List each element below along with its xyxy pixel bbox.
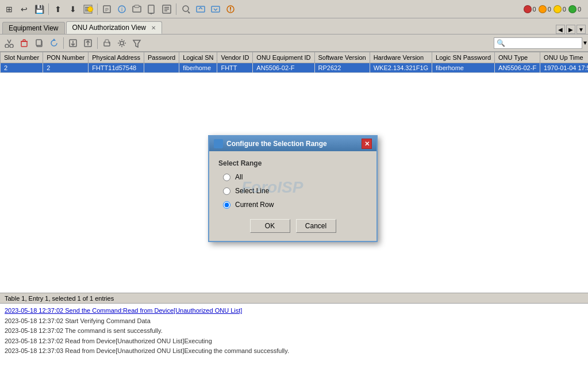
svg-marker-29 [52, 39, 56, 41]
log-entry-1: 2023-05-18 12:37:02 Start Verifying Comm… [5, 316, 583, 327]
tab-nav: ◀ ▶ ▼ [556, 25, 586, 34]
sec-btn-settings[interactable] [115, 36, 129, 50]
dialog-titlebar: Configure the Selection Range ✕ [209, 136, 376, 151]
dialog-title-icon [214, 139, 223, 148]
sec-btn-refresh[interactable] [47, 36, 61, 50]
toolbar-btn-9[interactable] [130, 2, 144, 16]
toolbar-btn-10[interactable] [145, 2, 159, 16]
cell-vendor-id: FHTT [217, 63, 253, 73]
cell-hardware-version: WKE2.134.321F1G [370, 63, 432, 73]
radio-select-line[interactable] [223, 187, 230, 195]
log-link-0[interactable]: 2023-05-18 12:37:02 Send the Command:Rea… [5, 307, 242, 314]
svg-point-22 [5, 44, 9, 48]
col-password: Password [144, 52, 179, 63]
toolbar-btn-3[interactable]: 💾 [32, 2, 46, 16]
light-group-green: 0 [568, 5, 581, 13]
cell-onu-up-time: 1970-01-04 17:57:37 [540, 63, 588, 73]
cell-pon-number: 2 [43, 63, 89, 73]
toolbar-btn-8[interactable]: i [115, 2, 129, 16]
toolbar-btn-11[interactable] [160, 2, 174, 16]
toolbar-btn-14[interactable] [209, 2, 222, 16]
toolbar-btn-15[interactable] [224, 2, 237, 16]
light-red-label: 0 [533, 6, 536, 13]
radio-select-line-label: Select Line [235, 187, 269, 195]
light-orange [539, 5, 547, 13]
svg-rect-15 [164, 10, 167, 11]
svg-rect-19 [212, 6, 220, 12]
svg-rect-26 [23, 40, 25, 41]
sec-btn-copy[interactable] [32, 36, 46, 50]
radio-item-row[interactable]: Current Row [223, 201, 367, 209]
toolbar-btn-2[interactable]: ↩ [17, 2, 31, 16]
toolbar-btn-6[interactable] [81, 2, 95, 16]
svg-text:i: i [121, 6, 122, 13]
svg-rect-24 [21, 41, 27, 47]
search-input[interactable] [507, 40, 582, 47]
log-entry-3: 2023-05-18 12:37:02 Read from Device[Una… [5, 336, 583, 347]
radio-item-all[interactable]: All [223, 173, 367, 181]
traffic-lights: 0 0 0 0 [524, 5, 586, 13]
tab-equipment-view-label: Equipment View [9, 24, 59, 32]
toolbar-btn-13[interactable] [194, 2, 207, 16]
svg-point-36 [109, 43, 110, 44]
light-group-red: 0 [524, 5, 536, 13]
table-header-row: Slot Number PON Number Physical Address … [1, 52, 589, 63]
sec-btn-import[interactable] [81, 36, 95, 50]
cell-onu-type: AN5506-02-F [495, 63, 540, 73]
search-icon: 🔍 [497, 39, 505, 47]
search-dropdown-btn[interactable]: ▼ [582, 37, 588, 49]
tab-close-icon[interactable]: ✕ [151, 25, 156, 31]
toolbar-btn-1[interactable]: ⊞ [2, 2, 16, 16]
sec-btn-print[interactable] [100, 36, 114, 50]
tab-nav-prev[interactable]: ◀ [556, 25, 565, 34]
svg-point-37 [120, 41, 124, 45]
col-hardware-version: Hardware Version [370, 52, 432, 63]
radio-all[interactable] [223, 174, 230, 181]
light-group-orange: 0 [539, 5, 551, 13]
svg-point-21 [230, 10, 231, 11]
search-box: 🔍 ▼ [494, 37, 586, 49]
toolbar-btn-5[interactable]: ⬇ [66, 2, 80, 16]
col-logical-sn: Logical SN [179, 52, 217, 63]
radio-current-row[interactable] [223, 201, 230, 209]
cell-logical-sn: fiberhome [179, 63, 217, 73]
tab-nav-next[interactable]: ▶ [566, 25, 575, 34]
toolbar-btn-12[interactable] [179, 2, 193, 16]
svg-rect-13 [164, 7, 169, 8]
dialog-body: Select Range All Select Line Current Row [209, 151, 376, 214]
toolbar-sep-2 [97, 3, 98, 15]
dialog-close-button[interactable]: ✕ [362, 139, 372, 149]
svg-line-17 [188, 11, 190, 13]
col-pon-number: PON Number [43, 52, 89, 63]
svg-rect-14 [164, 9, 169, 10]
status-text: Table 1, Entry 1, selected 1 of 1 entrie… [5, 295, 114, 302]
log-entry-0: 2023-05-18 12:37:02 Send the Command:Rea… [5, 306, 583, 316]
col-slot-number: Slot Number [1, 52, 43, 63]
svg-point-23 [10, 44, 13, 48]
col-software-version: Software Version [314, 52, 370, 63]
cancel-button[interactable]: Cancel [296, 219, 336, 233]
toolbar-btn-4[interactable]: ⬆ [51, 2, 65, 16]
sec-btn-filter[interactable] [130, 36, 144, 50]
cell-slot-number: 2 [1, 63, 43, 73]
tab-onu-authorization-view[interactable]: ONU Authorization View ✕ [66, 21, 163, 34]
log-entry-4: 2023-05-18 12:37:03 Read from Device[Una… [5, 346, 583, 356]
log-area: 2023-05-18 12:37:02 Send the Command:Rea… [0, 303, 588, 372]
cell-physical-address: FHTT11d57548 [89, 63, 144, 73]
ok-button[interactable]: OK [250, 219, 290, 233]
toolbar-sep-3 [176, 3, 176, 15]
tab-equipment-view[interactable]: Equipment View [2, 22, 65, 34]
svg-rect-28 [36, 40, 41, 45]
toolbar-btn-7[interactable]: P [100, 2, 114, 16]
sec-btn-delete[interactable] [17, 36, 31, 50]
toolbar-sep-1 [48, 3, 49, 15]
radio-item-line[interactable]: Select Line [223, 187, 367, 195]
light-yellow [554, 5, 562, 13]
light-green [568, 5, 577, 13]
light-orange-label: 0 [548, 6, 551, 13]
tab-nav-menu[interactable]: ▼ [577, 25, 586, 34]
light-yellow-label: 0 [563, 6, 566, 13]
sec-btn-cut[interactable] [2, 36, 16, 50]
sec-btn-export[interactable] [66, 36, 80, 50]
table-row[interactable]: 2 2 FHTT11d57548 fiberhome FHTT AN5506-0… [1, 63, 589, 73]
